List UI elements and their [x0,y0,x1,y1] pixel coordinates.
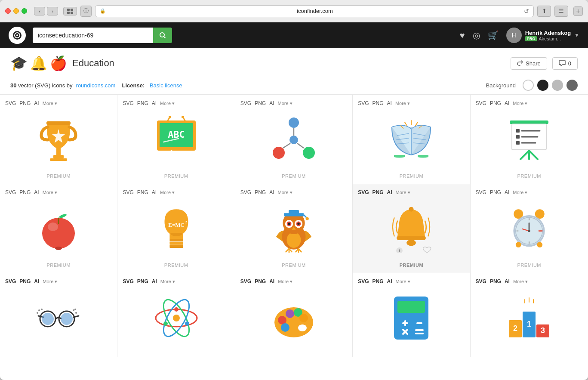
license-link[interactable]: Basic license [150,82,182,89]
main-content[interactable]: SVG PNG AI More ▾ [0,95,588,380]
more-dropdown[interactable]: More ▾ [513,101,527,106]
fmt-png[interactable]: PNG [490,100,501,106]
more-dropdown[interactable]: More ▾ [395,101,410,106]
more-dropdown[interactable]: More ▾ [513,279,528,284]
fmt-svg[interactable]: SVG [5,189,16,195]
fmt-png[interactable]: PNG [137,100,148,106]
logo[interactable] [9,27,26,44]
fmt-svg[interactable]: SVG [358,278,369,284]
fmt-svg[interactable]: SVG [240,278,251,284]
bg-dark-gray[interactable] [566,80,578,91]
fmt-png[interactable]: PNG [373,100,384,106]
cart-icon[interactable]: 🛒 [488,30,499,40]
fmt-ai[interactable]: AI [505,189,509,195]
fmt-svg[interactable]: SVG [240,100,251,106]
fmt-svg[interactable]: SVG [476,278,486,284]
more-dropdown[interactable]: More ▾ [513,190,527,195]
bell-preview[interactable]: i [358,199,465,259]
fmt-ai[interactable]: AI [34,278,39,284]
maximize-button[interactable] [22,8,27,14]
fmt-ai[interactable]: AI [269,100,274,106]
author-link[interactable]: roundicons.com [76,82,116,89]
url-bar[interactable]: 🔒 iconfinder.com ↺ [95,5,534,17]
heart-icon[interactable]: ♥ [460,31,465,40]
fmt-png[interactable]: PNG [255,100,266,106]
fmt-png[interactable]: PNG [490,278,501,284]
presentation-preview[interactable] [476,110,583,170]
fmt-svg[interactable]: SVG [358,189,369,195]
more-dropdown[interactable]: More ▾ [278,101,292,106]
tab-view-button[interactable] [63,7,77,15]
fmt-ai[interactable]: AI [387,189,392,195]
fmt-png[interactable]: PNG [373,278,384,284]
back-button[interactable]: ‹ [34,7,45,15]
fmt-ai[interactable]: AI [269,189,274,195]
atom-preview[interactable] [123,288,229,348]
fmt-ai[interactable]: AI [387,278,392,284]
lightbulb-preview[interactable]: E=MC 2 [123,199,229,259]
trophy-preview[interactable] [5,110,112,170]
refresh-icon[interactable]: ↺ [524,8,529,15]
book-preview[interactable] [358,110,465,170]
chalkboard-preview[interactable]: ABC [123,110,229,170]
user-menu[interactable]: H Henrik Adenskog PRO Akestam... ▼ [506,28,579,43]
fmt-png[interactable]: PNG [490,189,501,195]
fmt-png[interactable]: PNG [255,278,266,284]
fmt-ai[interactable]: AI [152,278,157,284]
more-dropdown[interactable]: More ▾ [396,279,410,284]
more-dropdown[interactable]: More ▾ [160,190,175,195]
fmt-ai[interactable]: AI [152,100,157,106]
more-dropdown[interactable]: More ▾ [160,101,175,106]
fmt-png[interactable]: PNG [19,100,31,106]
owl-preview[interactable] [240,199,347,259]
more-dropdown[interactable]: More ▾ [43,190,57,195]
forward-button[interactable]: › [47,7,58,15]
apple-preview[interactable] [5,199,112,259]
more-dropdown[interactable]: More ▾ [396,190,410,195]
minimize-button[interactable] [13,8,19,14]
fmt-svg[interactable]: SVG [123,100,133,106]
podium-preview[interactable]: 2 1 3 [476,288,583,348]
fmt-png[interactable]: PNG [137,189,148,195]
fmt-ai[interactable]: AI [387,100,392,106]
sidebar-toggle-button[interactable]: ☰ [554,6,568,17]
calculator-preview[interactable] [358,288,465,348]
search-input[interactable] [33,28,153,43]
fmt-ai[interactable]: AI [34,189,39,195]
fmt-ai[interactable]: AI [505,278,510,284]
bg-light-gray[interactable] [552,80,563,91]
share-toolbar-button[interactable]: ⬆ [537,6,551,17]
fmt-svg[interactable]: SVG [5,100,16,106]
fmt-png[interactable]: PNG [19,189,31,195]
fmt-svg[interactable]: SVG [476,100,486,106]
glasses-preview[interactable] [5,288,112,348]
share-button[interactable]: Share [511,57,547,70]
close-button[interactable] [5,8,11,14]
bg-white[interactable] [523,80,534,91]
new-tab-button[interactable]: + [573,6,583,16]
fmt-svg[interactable]: SVG [123,278,133,284]
fmt-svg[interactable]: SVG [358,100,369,106]
more-dropdown[interactable]: More ▾ [278,279,292,284]
fmt-png[interactable]: PNG [255,189,266,195]
fmt-png[interactable]: PNG [373,189,384,195]
palette-preview[interactable] [240,288,347,348]
fmt-ai[interactable]: AI [505,100,509,106]
alarm-preview[interactable] [476,199,583,259]
fmt-png[interactable]: PNG [137,278,148,284]
fmt-svg[interactable]: SVG [5,278,16,284]
search-button[interactable] [153,28,172,43]
url-info-button[interactable]: ⓘ [80,6,92,17]
fmt-svg[interactable]: SVG [476,189,486,195]
molecule-preview[interactable] [240,110,347,170]
more-dropdown[interactable]: More ▾ [278,190,292,195]
more-dropdown[interactable]: More ▾ [160,279,175,284]
more-dropdown[interactable]: More ▾ [43,279,57,284]
more-dropdown[interactable]: More ▾ [43,101,57,106]
fmt-ai[interactable]: AI [34,100,39,106]
fmt-png[interactable]: PNG [19,278,31,284]
fmt-svg[interactable]: SVG [123,189,133,195]
fmt-svg[interactable]: SVG [240,189,251,195]
fmt-ai[interactable]: AI [152,189,157,195]
fmt-ai[interactable]: AI [269,278,274,284]
